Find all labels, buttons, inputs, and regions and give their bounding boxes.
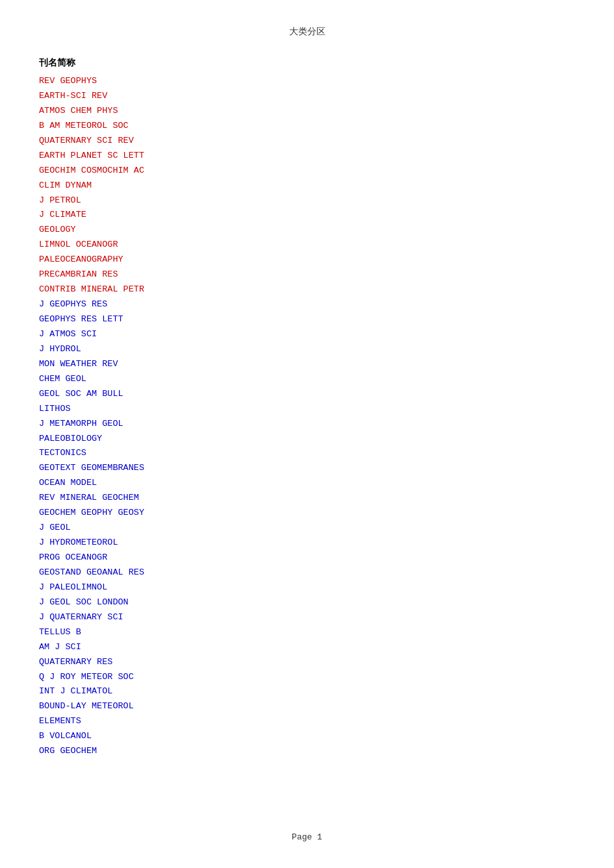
journal-item: AM J SCI [39,640,575,655]
journal-item: REV GEOPHYS [39,74,575,89]
journal-item: TELLUS B [39,625,575,640]
journal-item: PALEOCEANOGRAPHY [39,253,575,267]
page-container: 大类分区 刊名简称 REV GEOPHYSEARTH-SCI REVATMOS … [0,0,614,868]
journal-item: Q J ROY METEOR SOC [39,670,575,685]
page-footer: Page 1 [0,832,614,842]
journal-item: GEOTEXT GEOMEMBRANES [39,461,575,476]
journal-item: J HYDROMETEOROL [39,536,575,551]
journal-item: OCEAN MODEL [39,476,575,491]
journal-item: CHEM GEOL [39,372,575,387]
journal-item: GEOCHEM GEOPHY GEOSY [39,506,575,521]
journal-item: GEOPHYS RES LETT [39,312,575,327]
journal-item: GEOCHIM COSMOCHIM AC [39,164,575,179]
journal-item: QUATERNARY SCI REV [39,134,575,149]
page-title: 大类分区 [39,26,575,38]
journal-item: PRECAMBRIAN RES [39,267,575,282]
journal-item: EARTH-SCI REV [39,89,575,104]
journal-item: INT J CLIMATOL [39,684,575,699]
journal-item: J HYDROL [39,342,575,357]
journal-list: REV GEOPHYSEARTH-SCI REVATMOS CHEM PHYSB… [39,74,575,759]
journal-item: GEOL SOC AM BULL [39,387,575,402]
journal-item: J GEOPHYS RES [39,297,575,312]
journal-item: QUATERNARY RES [39,655,575,670]
journal-item: J QUATERNARY SCI [39,610,575,625]
journal-item: REV MINERAL GEOCHEM [39,491,575,506]
journal-item: J CLIMATE [39,208,575,223]
journal-item: J ATMOS SCI [39,327,575,342]
journal-item: J PALEOLIMNOL [39,580,575,595]
journal-item: J METAMORPH GEOL [39,417,575,432]
journal-item: B AM METEOROL SOC [39,119,575,134]
journal-item: BOUND-LAY METEOROL [39,699,575,714]
journal-item: B VOLCANOL [39,729,575,744]
journal-item: MON WEATHER REV [39,357,575,372]
journal-item: PROG OCEANOGR [39,551,575,565]
journal-item: ORG GEOCHEM [39,744,575,759]
journal-item: J GEOL [39,521,575,536]
journal-item: GEOLOGY [39,223,575,238]
journal-item: GEOSTAND GEOANAL RES [39,565,575,580]
journal-item: ELEMENTS [39,714,575,729]
journal-item: CONTRIB MINERAL PETR [39,282,575,297]
journal-item: LITHOS [39,402,575,417]
journal-item: CLIM DYNAM [39,179,575,193]
journal-item: ATMOS CHEM PHYS [39,104,575,119]
journal-item: EARTH PLANET SC LETT [39,149,575,164]
journal-item: TECTONICS [39,446,575,461]
journal-item: J GEOL SOC LONDON [39,595,575,610]
column-header: 刊名简称 [39,57,575,69]
journal-item: J PETROL [39,193,575,208]
journal-item: PALEOBIOLOGY [39,432,575,447]
journal-item: LIMNOL OCEANOGR [39,238,575,253]
